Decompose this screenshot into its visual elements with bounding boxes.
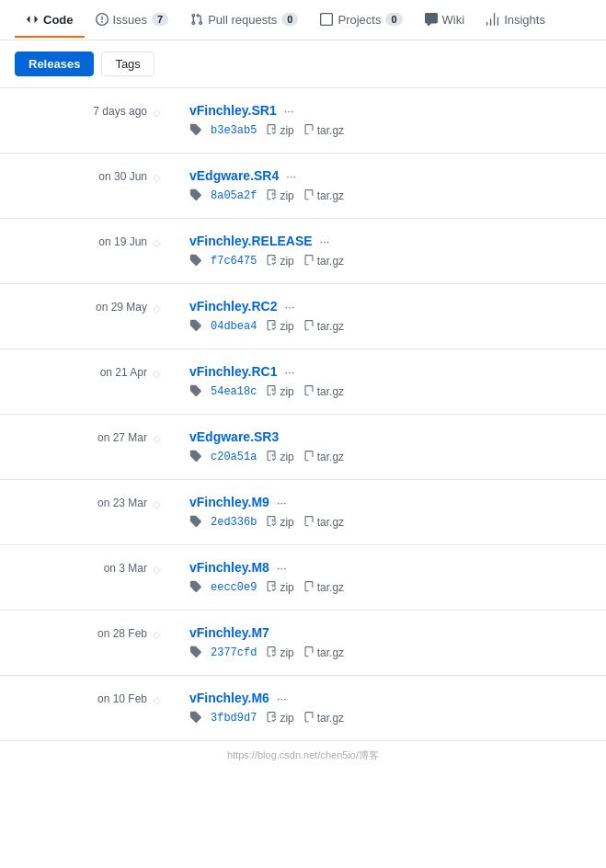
nav-code-label: Code [43, 13, 74, 27]
zip-link[interactable]: zip [266, 712, 293, 725]
release-title[interactable]: vEdgware.SR4 [189, 168, 279, 183]
tar-link[interactable]: tar.gz [303, 385, 344, 399]
tab-releases[interactable]: Releases [15, 51, 94, 76]
pr-badge: 0 [281, 13, 298, 26]
tar-icon [303, 189, 314, 203]
nav-item-issues[interactable]: Issues 7 [85, 4, 180, 38]
release-date: on 10 Feb [97, 692, 147, 705]
tab-tags[interactable]: Tags [101, 51, 154, 76]
commit-hash[interactable]: 54ea18c [211, 385, 257, 398]
release-date: on 19 Jun [98, 235, 147, 248]
release-title-row: vFinchley.RC1 ··· [189, 364, 591, 379]
diamond-icon: ◇ [153, 107, 160, 119]
zip-link[interactable]: zip [266, 646, 293, 660]
release-row: 7 days ago ◇ vFinchley.SR1 ··· b3e3ab5 [0, 88, 606, 154]
more-button[interactable]: ··· [277, 496, 287, 509]
tar-link[interactable]: tar.gz [303, 124, 344, 138]
commit-hash[interactable]: eecc0e9 [211, 581, 257, 594]
release-title[interactable]: vFinchley.SR1 [189, 103, 277, 118]
tar-icon [303, 712, 314, 725]
zip-link[interactable]: zip [266, 451, 293, 464]
zip-icon [266, 646, 277, 660]
zip-label: zip [280, 385, 293, 398]
tar-link[interactable]: tar.gz [303, 581, 344, 595]
more-button[interactable]: ··· [284, 104, 294, 118]
zip-link[interactable]: zip [266, 516, 293, 530]
release-meta: b3e3ab5 zip [189, 123, 591, 138]
tar-link[interactable]: tar.gz [303, 255, 344, 268]
commit-hash[interactable]: 2377cfd [211, 646, 257, 659]
tar-link[interactable]: tar.gz [303, 712, 344, 725]
tar-link[interactable]: tar.gz [303, 320, 344, 334]
tar-link[interactable]: tar.gz [303, 189, 344, 203]
zip-label: zip [280, 320, 293, 333]
release-title[interactable]: vFinchley.M6 [189, 691, 269, 705]
release-meta: 8a05a2f zip [189, 188, 591, 203]
nav-item-wiki[interactable]: Wiki [414, 4, 476, 38]
tar-link[interactable]: tar.gz [303, 516, 344, 530]
release-date: 7 days ago [93, 105, 147, 118]
commit-hash[interactable]: c20a51a [211, 451, 257, 463]
issue-icon [96, 13, 109, 26]
zip-link[interactable]: zip [266, 189, 293, 203]
pr-icon [190, 13, 203, 26]
release-title[interactable]: vFinchley.RC1 [189, 364, 277, 379]
release-date: on 29 May [96, 301, 147, 314]
release-title[interactable]: vFinchley.M9 [189, 495, 269, 509]
more-button[interactable]: ··· [284, 365, 294, 379]
zip-icon [266, 581, 277, 595]
release-meta: 3fbd9d7 zip [189, 711, 591, 725]
tag-icon [189, 188, 201, 203]
commit-hash[interactable]: 04dbea4 [211, 320, 257, 333]
more-button[interactable]: ··· [320, 234, 330, 248]
code-icon [26, 13, 39, 26]
diamond-icon: ◇ [153, 629, 160, 641]
release-title[interactable]: vFinchley.M8 [189, 560, 269, 575]
release-info-col: vEdgware.SR4 ··· 8a05a2f [175, 168, 606, 203]
release-info-col: vFinchley.M9 ··· 2ed336b [175, 495, 606, 530]
more-button[interactable]: ··· [277, 691, 287, 705]
nav-item-code[interactable]: Code [15, 4, 85, 38]
tag-icon [189, 450, 201, 464]
commit-hash[interactable]: b3e3ab5 [211, 124, 257, 137]
zip-link[interactable]: zip [266, 255, 293, 268]
tar-label: tar.gz [317, 516, 344, 529]
release-title[interactable]: vFinchley.RELEASE [189, 234, 313, 248]
tar-label: tar.gz [317, 320, 344, 333]
tar-label: tar.gz [317, 646, 344, 659]
commit-hash[interactable]: 8a05a2f [211, 189, 257, 202]
insights-icon [486, 13, 499, 26]
release-title[interactable]: vEdgware.SR3 [189, 429, 279, 444]
release-meta: 54ea18c zip [189, 384, 591, 399]
more-button[interactable]: ··· [284, 300, 294, 314]
release-date: on 23 Mar [97, 497, 147, 509]
more-button[interactable]: ··· [277, 561, 287, 575]
sub-tabs: Releases Tags [0, 40, 606, 88]
tar-icon [303, 581, 314, 595]
nav-item-insights[interactable]: Insights [475, 4, 556, 38]
release-title[interactable]: vFinchley.M7 [189, 625, 269, 640]
nav-item-pull-requests[interactable]: Pull requests 0 [179, 4, 309, 38]
release-title[interactable]: vFinchley.RC2 [189, 299, 277, 314]
zip-link[interactable]: zip [266, 581, 293, 595]
commit-hash[interactable]: 3fbd9d7 [211, 712, 257, 725]
commit-hash[interactable]: 2ed336b [211, 516, 257, 529]
zip-link[interactable]: zip [266, 124, 293, 138]
tar-icon [303, 451, 314, 464]
nav-issues-label: Issues [113, 13, 148, 27]
tar-link[interactable]: tar.gz [303, 646, 344, 660]
release-title-row: vEdgware.SR3 [189, 429, 591, 444]
nav-item-projects[interactable]: Projects 0 [309, 4, 413, 38]
tag-icon [189, 319, 201, 334]
tag-icon [189, 254, 201, 268]
release-meta: 04dbea4 zip [189, 319, 591, 334]
release-date-col: on 27 Mar ◇ [0, 429, 175, 445]
zip-link[interactable]: zip [266, 385, 293, 399]
release-date-col: on 10 Feb ◇ [0, 691, 175, 706]
nav-projects-label: Projects [337, 13, 381, 27]
commit-hash[interactable]: f7c6475 [211, 255, 257, 268]
zip-link[interactable]: zip [266, 320, 293, 334]
more-button[interactable]: ··· [286, 169, 296, 183]
release-meta: 2ed336b zip [189, 515, 591, 530]
tar-link[interactable]: tar.gz [303, 451, 344, 464]
